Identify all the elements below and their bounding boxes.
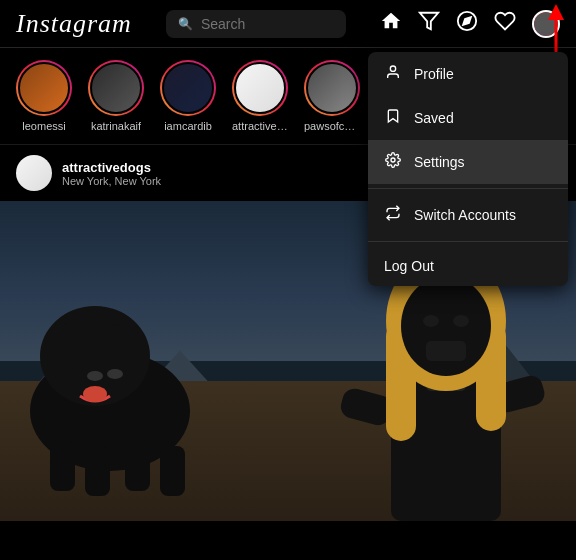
story-ring-pawsofcom: [304, 60, 360, 116]
svg-marker-1: [463, 17, 471, 25]
story-ring-iamcardib: [160, 60, 216, 116]
story-attractived[interactable]: attractived...: [232, 60, 288, 132]
dropdown-profile[interactable]: Profile: [368, 52, 568, 96]
svg-point-15: [107, 369, 123, 379]
heart-icon[interactable]: [494, 10, 516, 38]
svg-point-4: [390, 66, 395, 71]
app-logo: Instagram: [16, 9, 132, 39]
post-location: New York, New York: [62, 175, 161, 187]
story-katrinakaif[interactable]: katrinakaif: [88, 60, 144, 132]
dropdown-divider: [368, 188, 568, 189]
dropdown-switch[interactable]: Switch Accounts: [368, 193, 568, 237]
svg-point-25: [423, 315, 439, 327]
dropdown-logout-label: Log Out: [384, 258, 434, 274]
home-icon[interactable]: [380, 10, 402, 38]
story-ring-katrinakaif: [88, 60, 144, 116]
nav-icons: [380, 10, 560, 38]
story-iamcardib[interactable]: iamcardib: [160, 60, 216, 132]
dropdown-settings-label: Settings: [414, 154, 465, 170]
search-icon: 🔍: [178, 17, 193, 31]
profile-avatar-image: [534, 12, 558, 36]
story-ring-leomessi: [16, 60, 72, 116]
dropdown-switch-label: Switch Accounts: [414, 207, 516, 223]
post-username[interactable]: attractivedogs: [62, 160, 161, 175]
profile-icon: [384, 64, 402, 84]
story-label-leomessi: leomessi: [22, 120, 65, 132]
story-avatar-leomessi: [18, 62, 70, 114]
dropdown-saved[interactable]: Saved: [368, 96, 568, 140]
dropdown-logout[interactable]: Log Out: [368, 246, 568, 286]
story-avatar-iamcardib: [162, 62, 214, 114]
dog-silhouette: [20, 281, 220, 501]
svg-rect-11: [85, 446, 110, 496]
story-avatar-pawsofcom: [306, 62, 358, 114]
svg-rect-10: [50, 441, 75, 491]
story-avatar-attractived: [234, 62, 286, 114]
switch-icon: [384, 205, 402, 225]
svg-rect-13: [160, 446, 185, 496]
post-info: attractivedogs New York, New York: [62, 160, 161, 187]
story-label-iamcardib: iamcardib: [164, 120, 212, 132]
dropdown-saved-label: Saved: [414, 110, 454, 126]
dropdown-profile-label: Profile: [414, 66, 454, 82]
post-avatar: [16, 155, 52, 191]
dropdown-divider-2: [368, 241, 568, 242]
top-nav: Instagram 🔍: [0, 0, 576, 48]
svg-point-26: [453, 315, 469, 327]
story-leomessi[interactable]: leomessi: [16, 60, 72, 132]
svg-rect-27: [426, 341, 466, 361]
story-pawsofcom[interactable]: pawsofcom...: [304, 60, 360, 132]
compass-icon[interactable]: [456, 10, 478, 38]
story-ring-attractived: [232, 60, 288, 116]
svg-point-14: [87, 371, 103, 381]
search-input[interactable]: [201, 16, 334, 32]
svg-point-5: [391, 158, 395, 162]
profile-avatar-nav[interactable]: [532, 10, 560, 38]
story-avatar-katrinakaif: [90, 62, 142, 114]
story-label-katrinakaif: katrinakaif: [91, 120, 141, 132]
dropdown-settings[interactable]: Settings: [368, 140, 568, 184]
post-user: attractivedogs New York, New York: [16, 155, 161, 191]
search-bar[interactable]: 🔍: [166, 10, 346, 38]
story-label-pawsofcom: pawsofcom...: [304, 120, 360, 132]
saved-icon: [384, 108, 402, 128]
profile-dropdown: Profile Saved Settings Switch Accounts: [368, 52, 568, 286]
svg-rect-12: [125, 441, 150, 491]
svg-point-16: [83, 386, 107, 402]
story-label-attractived: attractived...: [232, 120, 288, 132]
svg-rect-18: [338, 386, 394, 428]
filter-icon[interactable]: [418, 10, 440, 38]
settings-icon: [384, 152, 402, 172]
